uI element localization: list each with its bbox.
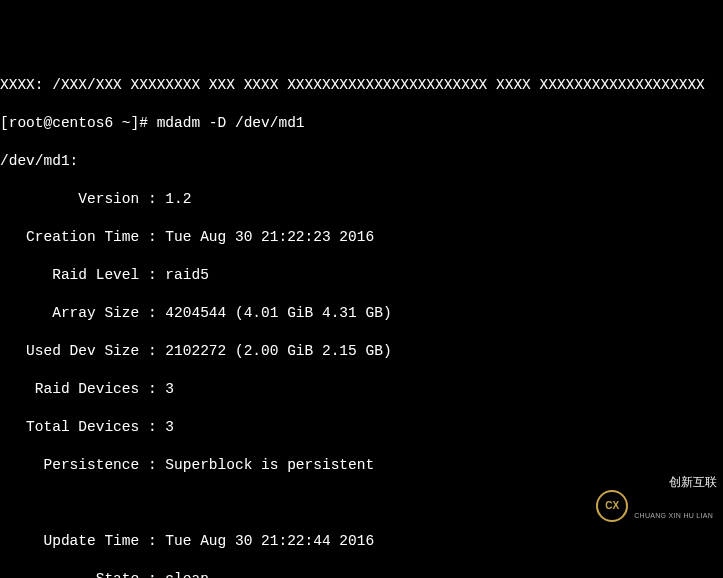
prompt-line-1[interactable]: [root@centos6 ~]# mdadm -D /dev/md1 xyxy=(0,114,723,133)
detail-creation-time: Creation Time : Tue Aug 30 21:22:23 2016 xyxy=(0,228,723,247)
watermark-logo-icon: CX xyxy=(596,490,628,522)
detail-total-devices: Total Devices : 3 xyxy=(0,418,723,437)
detail-used-dev-size: Used Dev Size : 2102272 (2.00 GiB 2.15 G… xyxy=(0,342,723,361)
detail-raid-devices: Raid Devices : 3 xyxy=(0,380,723,399)
watermark-brand: 创新互联 xyxy=(669,475,717,489)
detail-raid-level: Raid Level : raid5 xyxy=(0,266,723,285)
watermark-sub: CHUANG XIN HU LIAN xyxy=(634,511,717,520)
partial-top-line: XXXX: /XXX/XXX XXXXXXXX XXX XXXX XXXXXXX… xyxy=(0,76,723,95)
detail-array-size: Array Size : 4204544 (4.01 GiB 4.31 GB) xyxy=(0,304,723,323)
detail-state: State : clean xyxy=(0,570,723,578)
detail-version: Version : 1.2 xyxy=(0,190,723,209)
watermark: CX 创新互联 CHUANG XIN HU LIAN xyxy=(596,454,717,558)
device-line: /dev/md1: xyxy=(0,152,723,171)
